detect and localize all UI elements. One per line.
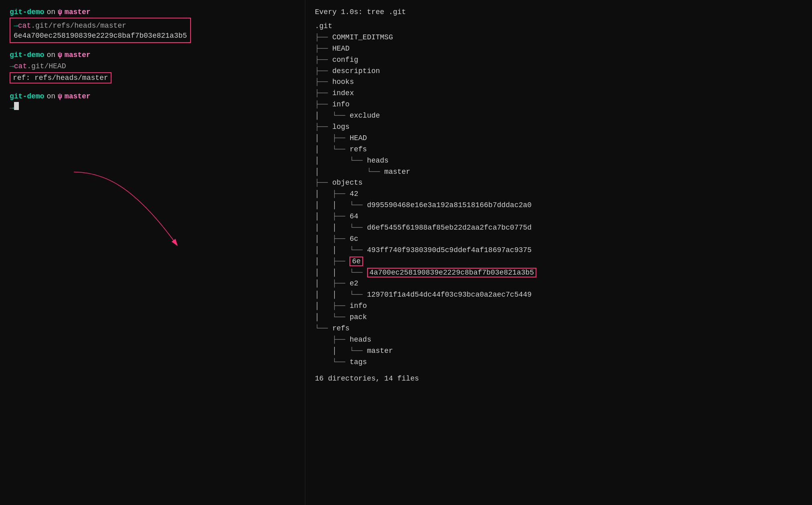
tree-line-e2-hash: │ │ └── 129701f1a4d54dc44f03c93bca0a2aec… bbox=[315, 289, 802, 301]
cmd-path-1: .git/refs/heads/master bbox=[31, 20, 126, 32]
cmd-output-box-1: → cat .git/refs/heads/master 6e4a700ec25… bbox=[10, 18, 191, 43]
dir-name-2: git-demo bbox=[10, 51, 44, 59]
branch-name-3: master bbox=[65, 92, 91, 100]
branch-name-1: master bbox=[65, 8, 91, 16]
tree-root: .git bbox=[315, 21, 802, 32]
block2: git-demo on ψ master → cat .git/HEAD ref… bbox=[10, 51, 295, 84]
tree-line-logs-head: │ ├── HEAD bbox=[315, 133, 802, 144]
branch-icon-3: ψ bbox=[58, 92, 62, 100]
tree-line-64: │ ├── 64 bbox=[315, 211, 802, 222]
tree-line-config: ├── config bbox=[315, 55, 802, 66]
arrow-3: → bbox=[10, 102, 14, 114]
cmd-line-1: → cat .git/refs/heads/master bbox=[14, 20, 187, 32]
cmd-line-2: → cat .git/HEAD bbox=[10, 61, 295, 72]
arrow-2: → bbox=[10, 61, 14, 72]
arrow-1: → bbox=[14, 20, 18, 32]
tree-line-refs-heads: ├── heads bbox=[315, 334, 802, 346]
tree-line-42-hash: │ │ └── d995590468e16e3a192a81518166b7dd… bbox=[315, 200, 802, 211]
tree-line-e2: │ ├── e2 bbox=[315, 278, 802, 289]
tree-header: Every 1.0s: tree .git bbox=[315, 8, 802, 16]
tree-line-description: ├── description bbox=[315, 66, 802, 77]
tree-line-logs-master: │ └── master bbox=[315, 167, 802, 178]
prompt-line-2: git-demo on ψ master bbox=[10, 51, 295, 59]
left-panel: git-demo on ψ master → cat .git/refs/hea… bbox=[0, 0, 305, 505]
tree-line-pack: │ └── pack bbox=[315, 312, 802, 323]
tree-line-logs: ├── logs bbox=[315, 122, 802, 133]
tree-container: .git ├── COMMIT_EDITMSG ├── HEAD ├── con… bbox=[315, 21, 802, 368]
tree-line-refs-master: │ └── master bbox=[315, 346, 802, 357]
tree-line-6e-hash: │ │ └── 4a700ec258190839e2229c8baf7b03e8… bbox=[315, 267, 802, 279]
tree-line-info: ├── info bbox=[315, 99, 802, 110]
cat-cmd-2: cat bbox=[14, 61, 27, 72]
cursor bbox=[14, 102, 19, 110]
block3: git-demo on ψ master → bbox=[10, 92, 295, 114]
tree-line-refs: └── refs bbox=[315, 323, 802, 334]
tree-line-6c-hash: │ │ └── 493ff740f9380390d5c9ddef4af18697… bbox=[315, 245, 802, 256]
cat-cmd-1: cat bbox=[18, 20, 31, 32]
tree-line-logs-refs: │ └── refs bbox=[315, 144, 802, 155]
tree-line-index: ├── index bbox=[315, 88, 802, 99]
tree-footer: 16 directories, 14 files bbox=[315, 375, 802, 383]
tree-line-hooks: ├── hooks bbox=[315, 77, 802, 88]
cmd-path-2: .git/HEAD bbox=[27, 61, 66, 72]
prompt-line-1: git-demo on ψ master bbox=[10, 8, 295, 16]
tree-line-42: │ ├── 42 bbox=[315, 189, 802, 200]
tree-line-objects: ├── objects bbox=[315, 177, 802, 189]
block1: git-demo on ψ master → cat .git/refs/hea… bbox=[10, 8, 295, 43]
dir-name-3: git-demo bbox=[10, 92, 44, 100]
tree-line-obj-info: │ ├── info bbox=[315, 301, 802, 312]
tree-line-commit: ├── COMMIT_EDITMSG bbox=[315, 32, 802, 43]
branch-icon-1: ψ bbox=[58, 8, 62, 16]
on-word-2: on bbox=[47, 51, 55, 59]
output-1: 6e4a700ec258190839e2229c8baf7b03e821a3b5 bbox=[14, 32, 187, 40]
tree-line-6e: │ ├── 6e bbox=[315, 256, 802, 267]
dir-name-1: git-demo bbox=[10, 8, 44, 16]
prompt-line-3: git-demo on ψ master bbox=[10, 92, 295, 100]
branch-icon-2: ψ bbox=[58, 51, 62, 59]
cmd-line-3: → bbox=[10, 102, 295, 114]
tree-line-exclude: │ └── exclude bbox=[315, 110, 802, 122]
output-box-2: ref: refs/heads/master bbox=[10, 72, 295, 84]
tree-line-logs-heads: │ └── heads bbox=[315, 155, 802, 167]
on-word-3: on bbox=[47, 92, 55, 100]
ref-output-highlight: ref: refs/heads/master bbox=[10, 72, 112, 83]
tree-line-head: ├── HEAD bbox=[315, 43, 802, 55]
branch-name-2: master bbox=[65, 51, 91, 59]
tree-line-refs-tags: └── tags bbox=[315, 357, 802, 368]
output-2: ref: refs/heads/master bbox=[13, 74, 108, 82]
right-panel: Every 1.0s: tree .git .git ├── COMMIT_ED… bbox=[305, 0, 812, 505]
tree-line-6c: │ ├── 6c bbox=[315, 234, 802, 245]
tree-line-64-hash: │ │ └── d6ef5455f61988af85eb22d2aa2fca7b… bbox=[315, 222, 802, 234]
on-word-1: on bbox=[47, 8, 55, 16]
